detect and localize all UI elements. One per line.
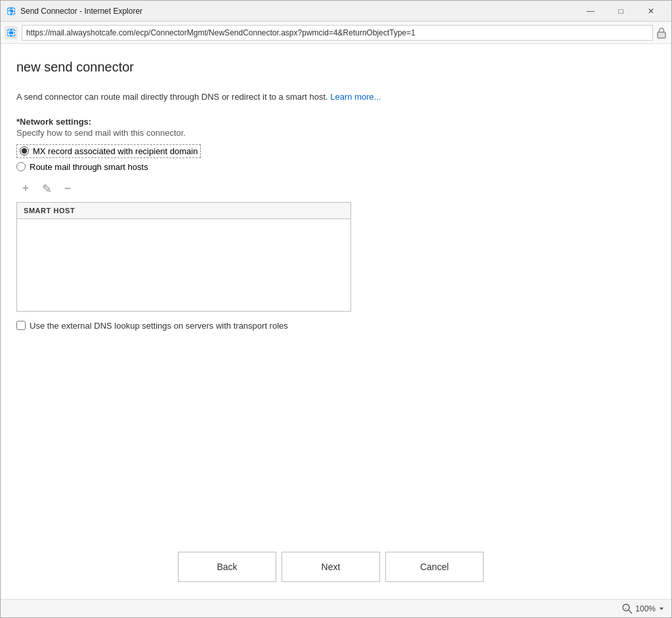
smart-host-table: SMART HOST (16, 202, 351, 312)
close-button[interactable]: ✕ (636, 1, 666, 22)
svg-text:e: e (9, 9, 11, 15)
window-controls: — □ ✕ (576, 1, 666, 22)
spacer (16, 344, 645, 542)
svg-rect-8 (658, 32, 665, 38)
title-bar: e Send Connector - Internet Explorer — □… (1, 1, 671, 22)
dns-lookup-checkbox-row: Use the external DNS lookup settings on … (16, 321, 645, 331)
address-bar (1, 22, 671, 44)
ie-window: e Send Connector - Internet Explorer — □… (0, 0, 672, 618)
back-button[interactable]: Back (178, 552, 276, 582)
svg-marker-12 (660, 608, 663, 610)
svg-point-5 (7, 28, 16, 37)
smart-host-column-header: SMART HOST (17, 203, 350, 219)
network-radio-group: MX record associated with recipient doma… (16, 144, 645, 172)
radio-mx-input[interactable] (20, 146, 29, 155)
minimize-button[interactable]: — (576, 1, 606, 22)
zoom-dropdown-icon[interactable] (658, 606, 665, 612)
next-button[interactable]: Next (282, 552, 380, 582)
network-settings-label: *Network settings: (16, 117, 645, 127)
network-settings-sublabel: Specify how to send mail with this conne… (16, 128, 645, 138)
radio-mx-label: MX record associated with recipient doma… (33, 146, 198, 156)
status-bar: + 100% (1, 599, 671, 617)
dns-lookup-label[interactable]: Use the external DNS lookup settings on … (30, 321, 288, 331)
learn-more-link[interactable]: Learn more... (330, 92, 381, 102)
zoom-level: 100% (635, 604, 656, 613)
maximize-button[interactable]: □ (606, 1, 636, 22)
dns-lookup-checkbox[interactable] (16, 321, 26, 330)
edit-button[interactable]: ✎ (37, 180, 56, 198)
radio-dashed-border: MX record associated with recipient doma… (16, 144, 201, 158)
description-static: A send connector can route mail directly… (16, 92, 328, 102)
window-title: Send Connector - Internet Explorer (20, 7, 576, 16)
radio-smarthost-input[interactable] (16, 162, 26, 171)
ie-logo-icon: e (6, 6, 16, 16)
radio-option-mx[interactable]: MX record associated with recipient doma… (16, 144, 645, 158)
svg-text:+: + (625, 606, 627, 610)
cancel-button[interactable]: Cancel (385, 552, 484, 582)
radio-smarthost-label: Route mail through smart hosts (30, 162, 148, 172)
page-content: new send connector A send connector can … (1, 44, 671, 599)
description-text: A send connector can route mail directly… (16, 91, 645, 104)
remove-button[interactable]: − (58, 180, 77, 198)
radio-option-smarthost[interactable]: Route mail through smart hosts (16, 162, 645, 172)
smart-host-body (17, 219, 350, 311)
lock-icon (657, 27, 667, 39)
address-input[interactable] (22, 25, 653, 41)
page-favicon (5, 26, 18, 39)
zoom-icon: + (622, 604, 633, 614)
svg-line-10 (629, 610, 632, 613)
page-title: new send connector (16, 60, 645, 75)
footer-buttons: Back Next Cancel (16, 541, 645, 588)
zoom-control: + 100% (622, 604, 665, 614)
add-button[interactable]: + (16, 180, 35, 198)
smart-host-toolbar: + ✎ − (16, 180, 645, 198)
